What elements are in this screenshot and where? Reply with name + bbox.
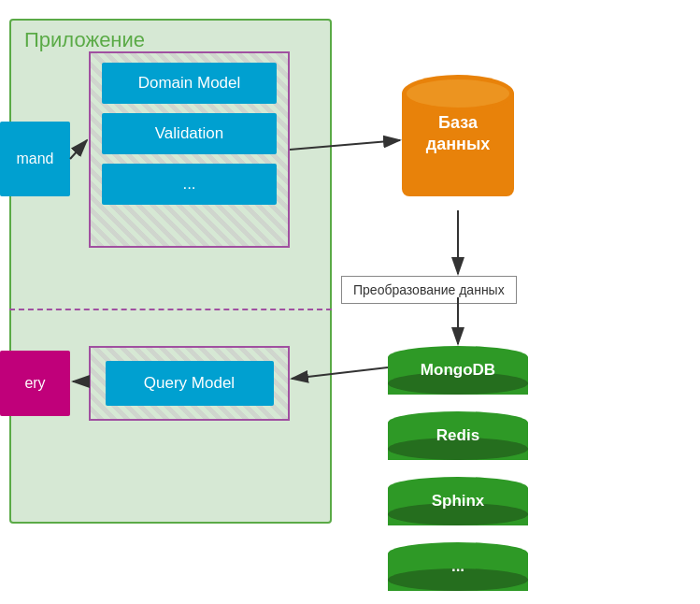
query-model-box: Query Model xyxy=(106,361,274,406)
diagram-container: Приложение mand ery Domain Model Validat… xyxy=(0,0,700,604)
dashed-divider xyxy=(9,309,332,310)
db-cylinder-shine xyxy=(407,79,509,108)
transform-box: Преобразование данных xyxy=(341,276,517,304)
ellipsis-db: ... xyxy=(388,542,528,591)
db-label: Базаданных xyxy=(402,112,514,156)
ellipsis-box: ... xyxy=(102,164,277,205)
sphinx-db: Sphinx xyxy=(388,477,528,525)
ellipsis-db-label: ... xyxy=(388,542,528,591)
query-model-outer: Query Model xyxy=(89,346,290,421)
orange-database: Базаданных xyxy=(402,75,514,206)
validation-box: Validation xyxy=(102,113,277,154)
db-cylinder-top xyxy=(402,75,514,112)
app-label: Приложение xyxy=(24,28,145,52)
query-label: ery xyxy=(24,375,45,392)
left-query-box: ery xyxy=(0,351,70,416)
mongodb-db: MongoDB xyxy=(388,346,528,395)
command-label: mand xyxy=(16,151,53,167)
mongodb-label: MongoDB xyxy=(388,346,528,395)
redis-db: Redis xyxy=(388,411,528,460)
redis-label: Redis xyxy=(388,411,528,460)
domain-model-outer: Domain Model Validation ... xyxy=(89,51,290,248)
sphinx-label: Sphinx xyxy=(388,477,528,525)
left-command-box: mand xyxy=(0,122,70,196)
domain-model-box: Domain Model xyxy=(102,63,277,104)
